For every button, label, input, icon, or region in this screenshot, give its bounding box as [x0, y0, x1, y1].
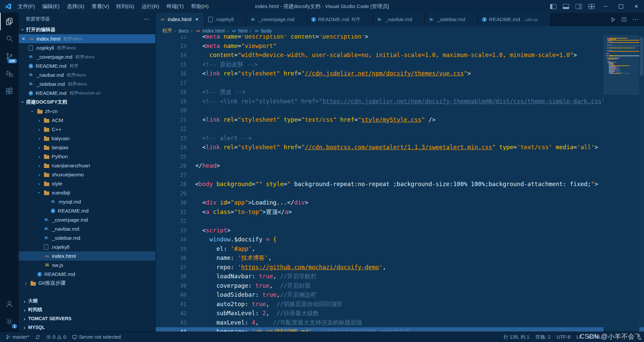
open-editor-item[interactable]: .nojekyll程序\docs: [19, 43, 155, 52]
code-line[interactable]: 44 homepage: 'zh-cn/README.md' //设置中文的RE…: [156, 327, 644, 332]
tree-item[interactable]: JSsw.js: [19, 261, 155, 270]
code-line[interactable]: 14 content="width=device-width, user-sca…: [156, 51, 644, 60]
code-line[interactable]: 40 loadSidebar: true,//开启侧边栏: [156, 290, 644, 300]
menu-item[interactable]: 运行(R): [138, 0, 163, 13]
code-line[interactable]: 32: [156, 217, 644, 226]
code-line[interactable]: 23 <!-- alert -->: [156, 134, 644, 143]
minimap[interactable]: [603, 35, 639, 332]
tree-item[interactable]: ›Python: [19, 152, 155, 161]
chevron-right-icon[interactable]: ›: [37, 117, 42, 123]
code-line[interactable]: 19 <!-- <link rel="stylesheet" href="htt…: [156, 97, 644, 106]
open-editors-header[interactable]: › 打开的编辑器: [19, 25, 155, 34]
scrollbar[interactable]: [639, 35, 644, 332]
chevron-down-icon[interactable]: ›: [30, 109, 36, 114]
encoding[interactable]: UTF-8: [554, 332, 574, 342]
chevron-right-icon[interactable]: ›: [37, 145, 42, 150]
sidebar-panel-header[interactable]: ›MYSQL: [19, 323, 155, 332]
breadcrumb-item[interactable]: <>body: [254, 28, 272, 34]
tree-item[interactable]: ›Git推送步骤: [19, 279, 155, 288]
chevron-right-icon[interactable]: ›: [23, 280, 28, 286]
menu-item[interactable]: 文件(F): [14, 0, 39, 13]
code-line[interactable]: 16 <link rel="stylesheet" href="//cdn.js…: [156, 69, 644, 78]
account-icon[interactable]: [0, 295, 19, 313]
open-editor-item[interactable]: ×<>index.html程序\docs: [19, 34, 155, 43]
code-line[interactable]: 39 coverpage: true, //开启封面: [156, 281, 644, 291]
sidebar-panel-header[interactable]: ›大纲: [19, 297, 155, 305]
sidebar-panel-header[interactable]: ›时间线: [19, 305, 155, 314]
code-line[interactable]: 27: [156, 171, 644, 180]
tree-item[interactable]: M↓mysql.md: [19, 197, 155, 206]
search-icon[interactable]: [0, 30, 19, 48]
editor-tab[interactable]: <>index.html×: [156, 13, 204, 26]
tree-item[interactable]: ›xuexibiji: [19, 188, 155, 197]
extensions-icon[interactable]: [0, 82, 19, 100]
code-line[interactable]: 20: [156, 106, 644, 115]
code-line[interactable]: 24 <link rel="stylesheet" href="//cdn.bo…: [156, 143, 644, 152]
editor-tab[interactable]: iREADME.md程序: [307, 13, 373, 26]
editor-tab[interactable]: .nojekyll: [204, 13, 247, 26]
close-button[interactable]: ×: [629, 0, 644, 13]
server-indicator[interactable]: Server not selected: [69, 332, 124, 342]
editor-tab[interactable]: M↓_sidebar.md: [425, 13, 478, 26]
code-line[interactable]: 28<body background="" style=" background…: [156, 180, 644, 189]
tree-item[interactable]: ›kaiyuan: [19, 134, 155, 143]
code-line[interactable]: 37 repo: 'https://github.com/mochazi/doc…: [156, 263, 644, 272]
cursor-position[interactable]: 行 135, 列 1: [500, 332, 532, 342]
tree-item[interactable]: ›ACM: [19, 116, 155, 125]
code-line[interactable]: 26</head>: [156, 161, 644, 171]
tree-item[interactable]: iREADME.md: [19, 270, 155, 279]
tree-item[interactable]: iREADME.md: [19, 206, 155, 215]
branch-indicator[interactable]: master*: [3, 332, 32, 342]
tree-item[interactable]: M↓_sidebar.md: [19, 233, 155, 242]
code-line[interactable]: 42 subMaxLevel: 2, //目录最大级数: [156, 309, 644, 318]
open-editor-item[interactable]: iREADME.md程序: [19, 61, 155, 70]
more-actions-button[interactable]: ⋯: [632, 16, 639, 23]
tree-item[interactable]: ›shuxuejianmo: [19, 170, 155, 179]
tree-item[interactable]: ›zh-cn: [19, 107, 155, 116]
code-line[interactable]: 41 auto2top: true, //切换页面自动回到顶部: [156, 300, 644, 309]
code-line[interactable]: 25: [156, 152, 644, 162]
chevron-right-icon[interactable]: ›: [37, 172, 42, 177]
code-line[interactable]: 22: [156, 124, 644, 134]
menu-item[interactable]: 终端(T): [163, 0, 187, 13]
toggle-sidebar-icon[interactable]: [547, 0, 559, 13]
menu-item[interactable]: 编辑(E): [39, 0, 63, 13]
tree-item[interactable]: <>index.html: [19, 251, 155, 261]
code-line[interactable]: 43 maxLevel: 4, //可配置最大支持渲染的标题层级: [156, 318, 644, 328]
editor-tab[interactable]: M↓_navbar.md: [373, 13, 425, 26]
chevron-right-icon[interactable]: ›: [37, 154, 42, 159]
run-button[interactable]: [610, 17, 616, 22]
code-line[interactable]: 36 name: '技术博客',: [156, 253, 644, 263]
breadcrumb-item[interactable]: <>html: [231, 28, 247, 34]
breadcrumb-item[interactable]: 程序: [162, 27, 172, 34]
explorer-icon[interactable]: [0, 13, 19, 30]
code-line[interactable]: 38 loadNavbar: true, //开启导航栏: [156, 272, 644, 281]
menu-item[interactable]: 选择(S): [63, 0, 88, 13]
menu-item[interactable]: 查看(V): [88, 0, 113, 13]
chevron-right-icon[interactable]: ›: [37, 181, 42, 186]
maximize-button[interactable]: [613, 0, 629, 13]
tree-item[interactable]: ›ruanjiananzhuan: [19, 161, 155, 170]
code-line[interactable]: 33 <script>: [156, 226, 644, 235]
chevron-right-icon[interactable]: ›: [37, 126, 42, 132]
run-debug-icon[interactable]: [0, 65, 19, 82]
code-line[interactable]: 21 <link rel="stylesheet" type="text/css…: [156, 115, 644, 125]
open-editor-item[interactable]: M↓_coverpage.md程序\docs: [19, 52, 155, 61]
tree-item[interactable]: ›lanqiao: [19, 143, 155, 152]
tree-item[interactable]: M↓_navbar.md: [19, 224, 155, 233]
code-line[interactable]: 31 <a class="to-top">置顶</a>: [156, 208, 644, 217]
customize-layout-icon[interactable]: [585, 0, 598, 13]
chevron-right-icon[interactable]: ›: [37, 163, 42, 168]
close-editor-icon[interactable]: ×: [21, 36, 26, 42]
chevron-down-icon[interactable]: ›: [37, 190, 42, 195]
code-line[interactable]: 13 <meta name="viewport": [156, 42, 644, 51]
toggle-secondary-sidebar-icon[interactable]: [572, 0, 585, 13]
code-line[interactable]: 30 <div id="app">Loading...</div>: [156, 198, 644, 208]
code-line[interactable]: 18 <!-- 黑皮 -->: [156, 88, 644, 97]
scrollbar-thumb[interactable]: [640, 37, 643, 76]
sync-button[interactable]: [32, 332, 43, 342]
tree-item[interactable]: .nojekyll: [19, 242, 155, 251]
open-editor-item[interactable]: iREADME.md程序\docs\zh-cn: [19, 89, 155, 98]
chevron-right-icon[interactable]: ›: [37, 135, 42, 141]
project-section-header[interactable]: › 搭建DOCSIFY文档: [19, 98, 155, 107]
